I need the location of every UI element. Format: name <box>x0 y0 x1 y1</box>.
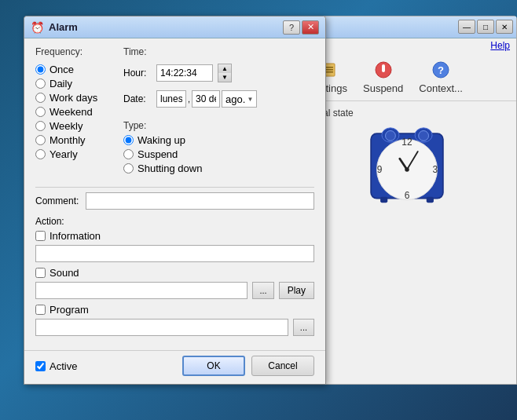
combo-arrow-icon: ▼ <box>247 96 253 103</box>
information-checkbox-label[interactable]: Information <box>35 230 314 242</box>
date-day-input[interactable] <box>156 90 186 108</box>
comment-row: Comment: <box>35 192 314 210</box>
suspend-toolbar-button[interactable]: Suspend <box>357 56 409 97</box>
type-label: Type: <box>123 120 314 131</box>
frequency-workdays-label: Work days <box>50 92 97 104</box>
svg-text:12: 12 <box>402 137 412 148</box>
sound-checkbox-label[interactable]: Sound <box>35 267 314 279</box>
bg-minimize-button[interactable]: ― <box>458 20 475 34</box>
bg-close-button[interactable]: ✕ <box>496 20 513 34</box>
date-row: Date: , ago. ▼ <box>123 90 314 108</box>
frequency-weekend-label: Weekend <box>50 106 93 118</box>
context-label: Context... <box>419 82 463 94</box>
time-label: Time: <box>123 46 314 57</box>
comment-input[interactable] <box>86 192 314 210</box>
type-shutdown-radio[interactable] <box>123 163 134 173</box>
frequency-workdays-radio[interactable] <box>35 93 46 103</box>
type-suspend[interactable]: Suspend <box>123 148 314 160</box>
frequency-weekly-radio[interactable] <box>35 121 46 131</box>
active-checkbox[interactable] <box>35 361 46 371</box>
clock-image: 12 3 6 9 <box>360 126 454 213</box>
context-icon: ? <box>430 59 452 81</box>
comment-label: Comment: <box>35 195 79 206</box>
date-separator1: , <box>188 94 190 104</box>
information-label: Information <box>50 230 101 242</box>
suspend-label: Suspend <box>363 82 403 94</box>
type-waking-radio[interactable] <box>123 135 134 145</box>
help-link[interactable]: Help <box>298 38 516 53</box>
dialog-title-controls: ? ✕ <box>283 20 319 35</box>
svg-text:9: 9 <box>377 164 383 175</box>
frequency-monthly-radio[interactable] <box>35 135 46 145</box>
cancel-button[interactable]: Cancel <box>251 356 314 376</box>
svg-text:?: ? <box>438 64 444 76</box>
program-browse-button[interactable]: ... <box>293 319 314 336</box>
frequency-once-label: Once <box>50 64 74 75</box>
frequency-once[interactable]: Once <box>35 64 114 75</box>
active-checkbox-label[interactable]: Active <box>35 360 182 372</box>
close-button[interactable]: ✕ <box>302 20 319 35</box>
suspend-icon <box>372 59 394 81</box>
help-button[interactable]: ? <box>283 20 300 35</box>
frequency-yearly[interactable]: Yearly <box>35 148 114 160</box>
alarm-dialog: ⏰ Alarm ? ✕ Frequency: Once Daily <box>24 16 326 385</box>
context-toolbar-button[interactable]: ? Context... <box>412 56 469 97</box>
sound-browse-button[interactable]: ... <box>252 282 273 299</box>
dialog-footer: Active OK Cancel <box>24 350 325 384</box>
sound-checkbox[interactable] <box>35 268 46 278</box>
frequency-once-radio[interactable] <box>35 64 46 75</box>
information-input[interactable] <box>35 245 314 262</box>
bg-toolbar: Settings Suspend ? Context... <box>298 53 516 101</box>
background-window: ― □ ✕ Help Settings <box>297 16 517 385</box>
frequency-yearly-label: Yearly <box>50 148 78 160</box>
dialog-title-icon: ⏰ <box>31 21 44 34</box>
dialog-titlebar: ⏰ Alarm ? ✕ <box>24 16 325 38</box>
bg-maximize-button[interactable]: □ <box>477 20 494 34</box>
ok-button[interactable]: OK <box>182 356 245 376</box>
svg-point-19 <box>386 131 396 141</box>
svg-text:3: 3 <box>432 164 438 175</box>
frequency-weekend[interactable]: Weekend <box>35 106 114 118</box>
sound-label: Sound <box>50 267 79 279</box>
svg-point-16 <box>405 167 409 172</box>
program-input-row: ... <box>35 319 314 336</box>
play-button[interactable]: Play <box>279 282 314 299</box>
actual-state-label: Actual state <box>304 108 510 119</box>
frequency-daily[interactable]: Daily <box>35 78 114 89</box>
type-suspend-radio[interactable] <box>123 149 134 159</box>
date-ago-combo[interactable]: ago. ▼ <box>222 90 257 108</box>
actual-state-area: Actual state 12 3 6 9 <box>298 101 516 227</box>
hour-spinner: ▲ ▼ <box>218 64 232 82</box>
frequency-radio-group: Once Daily Work days Weekend <box>35 64 114 160</box>
program-checkbox-label[interactable]: Program <box>35 304 314 316</box>
frequency-daily-radio[interactable] <box>35 79 46 89</box>
hour-spin-up[interactable]: ▲ <box>218 64 231 73</box>
top-section: Frequency: Once Daily Work days <box>35 46 314 181</box>
frequency-daily-label: Daily <box>50 78 72 89</box>
type-radio-group: Waking up Suspend Shutting down <box>123 134 314 174</box>
bg-titlebar: ― □ ✕ <box>298 16 516 38</box>
type-shutdown[interactable]: Shutting down <box>123 163 314 174</box>
frequency-workdays[interactable]: Work days <box>35 92 114 104</box>
frequency-monthly-label: Monthly <box>50 134 86 146</box>
frequency-section: Frequency: Once Daily Work days <box>35 46 114 181</box>
hour-spin-down[interactable]: ▼ <box>218 73 231 82</box>
frequency-monthly[interactable]: Monthly <box>35 134 114 146</box>
active-label: Active <box>50 360 77 372</box>
type-section: Type: Waking up Suspend Shutting down <box>123 120 314 174</box>
frequency-weekend-radio[interactable] <box>35 107 46 117</box>
type-shutdown-label: Shutting down <box>138 163 202 174</box>
type-waking-up[interactable]: Waking up <box>123 134 314 146</box>
frequency-weekly-label: Weekly <box>50 120 82 132</box>
frequency-yearly-radio[interactable] <box>35 149 46 159</box>
svg-rect-21 <box>380 197 387 203</box>
sound-input[interactable] <box>35 282 248 299</box>
type-waking-label: Waking up <box>138 134 185 146</box>
program-input[interactable] <box>35 319 288 336</box>
hour-input[interactable] <box>156 64 213 82</box>
information-checkbox[interactable] <box>35 231 46 241</box>
program-checkbox[interactable] <box>35 305 46 315</box>
date-number-input[interactable] <box>192 90 220 108</box>
frequency-weekly[interactable]: Weekly <box>35 120 114 132</box>
separator1 <box>35 187 314 188</box>
